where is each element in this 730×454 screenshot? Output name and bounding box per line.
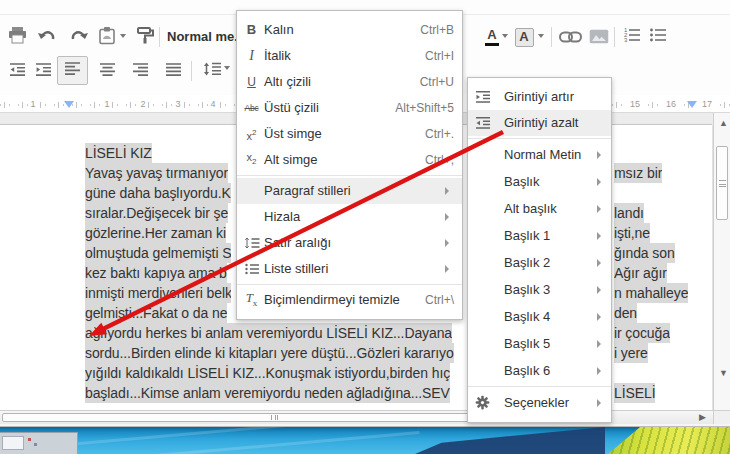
- print-button[interactable]: [5, 25, 29, 49]
- selected-text: Ağır ağır: [614, 263, 667, 283]
- strikethrough-icon: Abc: [242, 95, 261, 121]
- vertical-scrollbar-thumb[interactable]: [716, 146, 728, 220]
- increase-indent-button[interactable]: [31, 59, 55, 83]
- background-window-mark: [28, 438, 31, 441]
- text-color-icon: A: [485, 29, 499, 46]
- align-justify-button[interactable]: [161, 59, 185, 83]
- scroll-down-icon[interactable]: ▼: [719, 369, 728, 378]
- toolbar-separator: [614, 27, 615, 47]
- submenu-arrow-icon: [445, 187, 449, 195]
- highlight-color-dropdown-caret[interactable]: [538, 34, 544, 38]
- paragraph-style-selector[interactable]: Normal me...: [167, 26, 237, 48]
- right-indent-marker[interactable]: [687, 101, 697, 108]
- menu-item-alt-simge[interactable]: x2Alt simgeCtrl+,: [237, 147, 462, 173]
- align-center-button[interactable]: [95, 59, 119, 83]
- undo-button[interactable]: [35, 25, 59, 49]
- text-color-button[interactable]: A: [480, 25, 504, 49]
- highlight-color-icon: A: [515, 28, 534, 47]
- menu-item-ba-l-k-4[interactable]: Başlık 4: [468, 303, 611, 330]
- google-docs-window: Normal me... A A: [0, 0, 730, 454]
- insert-image-button[interactable]: [587, 26, 611, 50]
- submenu-arrow-icon: [445, 213, 449, 221]
- blank-icon: [473, 141, 492, 168]
- submenu-arrow-icon: [597, 286, 601, 294]
- selected-text: yığıldı kaldıkaldı LİSELİ KIZ...Konuşmak…: [85, 363, 450, 383]
- line-spacing-icon: [203, 61, 222, 81]
- menu-item-normal-metin[interactable]: Normal Metin: [468, 141, 611, 168]
- menu-item-ba-l-k-3[interactable]: Başlık 3: [468, 276, 611, 303]
- submenu-arrow-icon: [597, 399, 601, 407]
- menu-item-i-talik[interactable]: IİtalikCtrl+I: [237, 43, 462, 69]
- menu-separator: [237, 284, 462, 285]
- menu-item-ba-l-k-5[interactable]: Başlık 5: [468, 330, 611, 357]
- menu-item-ba-l-k-2[interactable]: Başlık 2: [468, 249, 611, 276]
- align-right-button[interactable]: [128, 59, 152, 83]
- submenu-arrow-icon: [445, 239, 449, 247]
- web-clipboard-button[interactable]: [95, 25, 119, 49]
- horizontal-scrollbar-thumb[interactable]: [2, 413, 510, 422]
- menu-item-alt-izili[interactable]: UAltı çiziliCtrl+U: [237, 69, 462, 95]
- highlight-color-button[interactable]: A: [512, 25, 536, 49]
- menu-item-label: Liste stilleri: [264, 256, 462, 282]
- background-window-content: [2, 436, 24, 450]
- blank-icon: [473, 195, 492, 222]
- decrease-indent-button[interactable]: [5, 59, 29, 83]
- bulleted-list-button[interactable]: [646, 25, 670, 49]
- submenu-arrow-icon: [597, 151, 601, 159]
- paint-format-button[interactable]: [133, 25, 157, 49]
- menu-item-ba-l-k-6[interactable]: Başlık 6: [468, 357, 611, 384]
- blank-icon: [473, 303, 492, 330]
- blank-icon: [473, 249, 492, 276]
- menu-item-st-simge[interactable]: x2Üst simgeCtrl+.: [237, 121, 462, 147]
- scroll-right-icon[interactable]: ▶: [699, 413, 706, 422]
- blank-icon: [242, 204, 261, 230]
- document-text-line[interactable]: ağlıyordu herkes bi anlam veremiyordu Lİ…: [85, 323, 712, 343]
- align-left-button[interactable]: [57, 56, 88, 85]
- text-color-dropdown-caret[interactable]: [502, 34, 508, 38]
- menu-item-label: Alt başlık: [504, 195, 611, 222]
- indent-more-icon: [473, 84, 492, 110]
- insert-link-button[interactable]: [558, 26, 582, 50]
- line-spacing-dropdown-caret[interactable]: [224, 66, 230, 70]
- vertical-scrollbar[interactable]: ▲ ▼: [713, 113, 730, 410]
- menu-item-shortcut: Ctrl+,: [425, 147, 454, 173]
- menu-item-st-izili[interactable]: AbcÜstü çiziliAlt+Shift+5: [237, 95, 462, 121]
- clipboard-dropdown-caret[interactable]: [120, 34, 126, 38]
- selected-text: gelmişti...Fakat o da ne: [85, 303, 227, 323]
- line-spacing-button[interactable]: [200, 59, 224, 83]
- redo-button[interactable]: [67, 25, 91, 49]
- submenu-arrow-icon: [445, 265, 449, 273]
- menu-item-label: Satır aralığı: [264, 230, 462, 256]
- menu-item-alt-ba-l-k[interactable]: Alt başlık: [468, 195, 611, 222]
- menu-item-girintiyi-azalt[interactable]: Girintiyi azalt: [468, 110, 611, 136]
- submenu-arrow-icon: [597, 178, 601, 186]
- increase-indent-icon: [35, 62, 52, 81]
- menu-item-sat-r-aral[interactable]: Satır aralığı: [237, 230, 462, 256]
- menu-item-label: Normal Metin: [504, 141, 611, 168]
- toolbar-separator: [551, 27, 552, 47]
- ruler-number: 17: [700, 99, 714, 110]
- left-indent-marker[interactable]: [64, 101, 74, 108]
- document-text-line[interactable]: başladı...Kimse anlam veremiyordu neden …: [85, 383, 712, 403]
- numbered-list-button[interactable]: 123: [620, 25, 644, 49]
- document-text-line[interactable]: sordu...Birden elinde ki kitapları yere …: [85, 343, 712, 363]
- menu-item-label: Başlık: [504, 168, 611, 195]
- toolbar-separator: [159, 27, 160, 47]
- blank-icon: [473, 330, 492, 357]
- menu-item-bi-imlendirmeyi-temizle[interactable]: TxBiçimlendirmeyi temizleCtrl+\: [237, 287, 462, 313]
- scroll-up-icon[interactable]: ▲: [719, 119, 728, 128]
- menu-item-girintiyi-art-r[interactable]: Girintiyi artır: [468, 84, 611, 110]
- scrollbar-grip: [719, 180, 726, 187]
- menu-item-ba-l-k-1[interactable]: Başlık 1: [468, 222, 611, 249]
- menu-item-se-enekler[interactable]: Seçenekler: [468, 389, 611, 416]
- selected-text: LİSELİ KIZ: [85, 143, 152, 163]
- menu-item-paragraf-stilleri[interactable]: Paragraf stilleri: [237, 178, 462, 204]
- menu-item-hizala[interactable]: Hizala: [237, 204, 462, 230]
- bold-icon: B: [242, 17, 261, 43]
- document-text-line[interactable]: yığıldı kaldıkaldı LİSELİ KIZ...Konuşmak…: [85, 363, 712, 383]
- align-left-icon: [64, 61, 81, 80]
- menu-item-kal-n[interactable]: BKalınCtrl+B: [237, 17, 462, 43]
- menu-item-liste-stilleri[interactable]: Liste stilleri: [237, 256, 462, 282]
- menu-item-ba-l-k[interactable]: Başlık: [468, 168, 611, 195]
- selected-text: olmuştuda gelmemişti S: [85, 243, 231, 263]
